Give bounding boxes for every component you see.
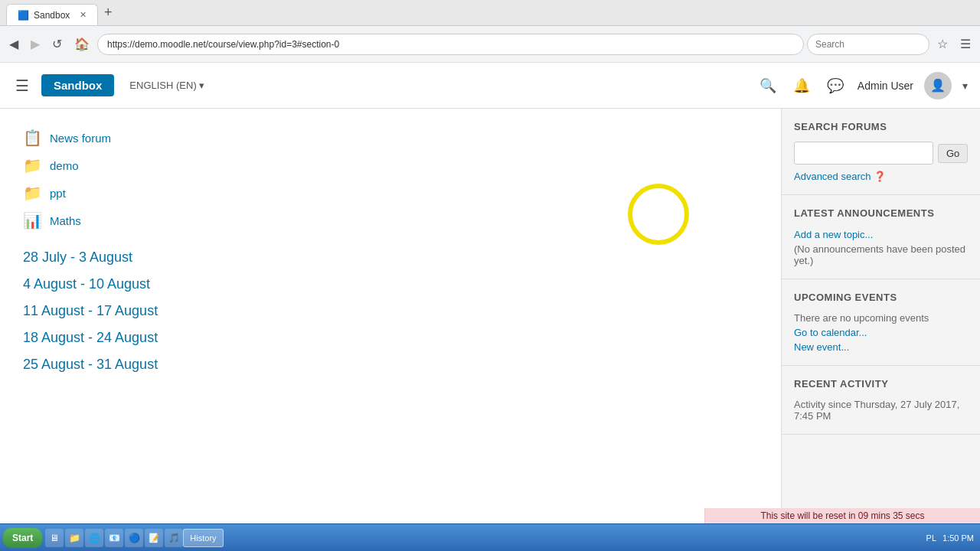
sidebar: SEARCH FORUMS Go Advanced search ❓ LATES… <box>781 109 980 551</box>
activity-since-text: Activity since Thursday, 27 July 2017, 7… <box>794 399 968 422</box>
maths-label: Maths <box>50 214 81 227</box>
search-forums-title: SEARCH FORUMS <box>794 121 968 132</box>
forum-item-news[interactable]: 📋 News forum <box>23 124 758 152</box>
forward-button[interactable]: ▶ <box>26 34 44 54</box>
refresh-button[interactable]: ↺ <box>47 34 67 54</box>
bookmark-button[interactable]: ☆ <box>933 34 952 54</box>
header-right: 🔍 🔔 💬 Admin User 👤 ▾ <box>756 72 968 99</box>
week-section-5: 25 August - 31 August <box>23 357 758 373</box>
browser-chrome: 🟦 Sandbox ✕ + ◀ ▶ ↺ 🏠 ☆ ☰ <box>0 0 980 63</box>
news-forum-icon: 📋 <box>23 129 42 147</box>
week-title-3[interactable]: 11 August - 17 August <box>23 303 758 319</box>
active-tab[interactable]: 🟦 Sandbox ✕ <box>6 4 98 25</box>
forum-search-input[interactable] <box>794 142 933 165</box>
browser-search-input[interactable] <box>807 34 929 55</box>
taskbar-active-app[interactable]: History <box>183 529 223 547</box>
no-announcements-text: (No announcements have been posted yet.) <box>794 243 968 266</box>
go-button[interactable]: Go <box>938 144 968 163</box>
hamburger-button[interactable]: ☰ <box>12 73 32 98</box>
week-section-4: 18 August - 24 August <box>23 330 758 346</box>
upcoming-events-block: UPCOMING EVENTS There are no upcoming ev… <box>782 279 980 366</box>
advanced-search-link[interactable]: Advanced search ❓ <box>794 171 968 182</box>
week-title-1[interactable]: 28 July - 3 August <box>23 249 758 266</box>
menu-button[interactable]: ☰ <box>956 34 975 54</box>
latest-announcements-title: LATEST ANNOUNCEMENTS <box>794 207 968 219</box>
notification-text: This site will be reset in 09 mins 35 se… <box>760 510 924 521</box>
search-forums-block: SEARCH FORUMS Go Advanced search ❓ <box>782 109 980 195</box>
week-title-5[interactable]: 25 August - 31 August <box>23 357 758 373</box>
search-row: Go <box>794 142 968 165</box>
forum-item-ppt[interactable]: 📁 ppt <box>23 179 758 207</box>
user-avatar[interactable]: 👤 <box>924 72 952 99</box>
content-area: 📋 News forum 📁 demo 📁 ppt 📊 Maths <box>0 109 980 551</box>
week-section-2: 4 August - 10 August <box>23 276 758 292</box>
address-bar[interactable] <box>97 34 804 55</box>
tab-title: Sandbox <box>34 10 70 21</box>
taskbar-icons: 🖥 📁 🌐 📧 🔵 📝 🎵 <box>45 529 183 547</box>
taskbar-icon-4[interactable]: 📧 <box>105 529 123 547</box>
page-wrapper: ☰ Sandbox ENGLISH (EN) ▾ 🔍 🔔 💬 Admin Use… <box>0 63 980 551</box>
main-content: 📋 News forum 📁 demo 📁 ppt 📊 Maths <box>0 109 781 551</box>
moodle-header: ☰ Sandbox ENGLISH (EN) ▾ 🔍 🔔 💬 Admin Use… <box>0 63 980 109</box>
forum-list: 📋 News forum 📁 demo 📁 ppt 📊 Maths <box>23 124 758 234</box>
forum-item-demo[interactable]: 📁 demo <box>23 152 758 179</box>
week-section-1: 28 July - 3 August <box>23 249 758 266</box>
language-selector[interactable]: ENGLISH (EN) ▾ <box>129 80 204 91</box>
taskbar-right: PL 1:50 PM <box>926 533 977 543</box>
browser-tabs: 🟦 Sandbox ✕ + <box>0 0 980 26</box>
browser-toolbar: ◀ ▶ ↺ 🏠 ☆ ☰ <box>0 26 980 63</box>
new-tab-btn[interactable]: + <box>98 5 119 21</box>
active-app-label: History <box>190 533 216 543</box>
chat-icon-button[interactable]: 💬 <box>824 74 847 97</box>
taskbar-time: 1:50 PM <box>942 533 974 543</box>
new-event-link[interactable]: New event... <box>794 341 968 353</box>
demo-icon: 📁 <box>23 156 42 174</box>
home-button[interactable]: 🏠 <box>70 34 94 54</box>
taskbar-icon-7[interactable]: 🎵 <box>165 529 183 547</box>
search-icon-button[interactable]: 🔍 <box>756 74 779 97</box>
tab-close-btn[interactable]: ✕ <box>80 10 87 20</box>
tab-favicon: 🟦 <box>18 10 29 21</box>
advanced-search-label: Advanced search <box>794 171 871 182</box>
language-arrow: ▾ <box>199 80 204 91</box>
week-section-3: 11 August - 17 August <box>23 303 758 319</box>
bell-icon-button[interactable]: 🔔 <box>790 74 813 97</box>
recent-activity-block: RECENT ACTIVITY Activity since Thursday,… <box>782 366 980 435</box>
taskbar-icon-2[interactable]: 📁 <box>65 529 83 547</box>
ppt-label: ppt <box>50 187 66 200</box>
admin-user-label[interactable]: Admin User <box>858 80 913 92</box>
demo-label: demo <box>50 159 79 172</box>
upcoming-events-title: UPCOMING EVENTS <box>794 292 968 303</box>
add-new-topic-link[interactable]: Add a new topic... <box>794 229 873 240</box>
taskbar-language: PL <box>926 533 936 543</box>
taskbar-icon-6[interactable]: 📝 <box>145 529 163 547</box>
notification-bar: This site will be reset in 09 mins 35 se… <box>704 508 980 523</box>
week-title-4[interactable]: 18 August - 24 August <box>23 330 758 346</box>
start-button[interactable]: Start <box>3 528 42 548</box>
language-label: ENGLISH (EN) <box>129 80 196 91</box>
forum-item-maths[interactable]: 📊 Maths <box>23 207 758 234</box>
week-title-2[interactable]: 4 August - 10 August <box>23 276 758 292</box>
maths-icon: 📊 <box>23 211 42 230</box>
advanced-search-help-icon: ❓ <box>874 171 886 182</box>
latest-announcements-block: LATEST ANNOUNCEMENTS Add a new topic... … <box>782 195 980 279</box>
news-forum-label: News forum <box>50 132 111 145</box>
no-events-text: There are no upcoming events <box>794 312 968 324</box>
ppt-icon: 📁 <box>23 184 42 202</box>
back-button[interactable]: ◀ <box>5 34 23 54</box>
taskbar: Start 🖥 📁 🌐 📧 🔵 📝 🎵 History PL 1:50 PM <box>0 523 980 551</box>
user-dropdown-arrow[interactable]: ▾ <box>962 80 968 92</box>
taskbar-icon-3[interactable]: 🌐 <box>85 529 103 547</box>
taskbar-icon-1[interactable]: 🖥 <box>45 529 64 547</box>
taskbar-icon-5[interactable]: 🔵 <box>125 529 143 547</box>
sandbox-logo-button[interactable]: Sandbox <box>41 74 114 96</box>
recent-activity-title: RECENT ACTIVITY <box>794 378 968 390</box>
go-to-calendar-link[interactable]: Go to calendar... <box>794 327 968 338</box>
